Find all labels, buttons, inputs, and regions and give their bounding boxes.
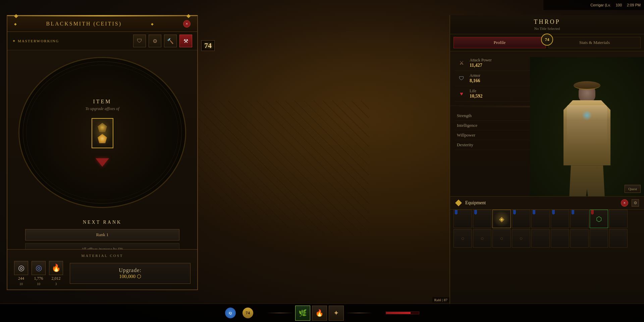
equip-slot-waist[interactable]: [531, 210, 550, 228]
tab-profile[interactable]: Profile: [453, 37, 546, 48]
equipment-header: Equipment × ⚙: [450, 197, 644, 210]
material-cost-title: MATERIAL COST: [14, 254, 191, 258]
skill-3-icon: ✦: [333, 309, 339, 317]
bottom-level-badge: 74: [243, 308, 253, 318]
top-hud-bar: Cerrigar (Lv. 100 2:09 PM: [543, 0, 644, 10]
char-glow: [582, 110, 592, 120]
life-label: Life: [470, 89, 483, 94]
material-icon-white: ◎: [14, 261, 28, 275]
blacksmith-title-bar: ◆ BLACKSMITH (CEITIS) ◆ ×: [7, 16, 197, 32]
equipment-section: Equipment × ⚙ ◈: [450, 196, 644, 307]
equip-slot-blank2: [531, 229, 550, 248]
tab-repair-button[interactable]: 🛡: [133, 35, 146, 47]
material-item-white: ◎ 244 10: [14, 261, 28, 286]
time-display: 2:09 PM: [627, 3, 641, 7]
item-glow: [93, 119, 112, 147]
blacksmith-content: ITEM To upgrade affixes of NEXT RANK Ran…: [7, 50, 197, 267]
health-bar-fill: [386, 312, 411, 314]
equip-slot-offhand2[interactable]: ○: [473, 229, 491, 248]
tab-stats-materials[interactable]: Stats & Materials: [548, 37, 641, 48]
tab-craft-button[interactable]: 🔨: [164, 35, 177, 47]
feet-slot-flag: [572, 210, 574, 215]
chest-glow: [493, 211, 510, 227]
equipment-diamond-icon: [455, 200, 462, 206]
material-cost-section: MATERIAL COST ◎ 244 10 ◎ 1,776 10 🔥 2,01…: [7, 249, 197, 289]
item-slot[interactable]: [92, 118, 113, 148]
xp-orb-blue: Q: [225, 308, 236, 318]
ring1-slot-icon: ⬡: [596, 215, 602, 223]
equip-slot-ring2[interactable]: ○: [492, 229, 511, 248]
equip-slot-offhand[interactable]: ○: [453, 229, 472, 248]
equipment-row-1: ◈ ⬡: [450, 210, 644, 228]
player-info: Cerrigar (Lv.: [590, 3, 610, 7]
item-frame: ITEM To upgrade affixes of: [18, 57, 186, 208]
head-slot-flag: [455, 210, 458, 215]
ring1-slot-flag: [591, 210, 594, 215]
life-value: 10,592: [470, 94, 483, 99]
equip-slot-blank4: [570, 229, 589, 248]
equip-slot-blank1: [609, 210, 628, 228]
skill-bar: 🌿 🔥 ✦: [267, 306, 372, 321]
armor-value: 8,166: [470, 78, 480, 84]
upgrade-label: Upgrade:: [119, 267, 142, 273]
mat-white-count: 244: [18, 276, 24, 281]
attack-power-icon: ⚔: [457, 58, 466, 68]
material-icon-blue: ◎: [32, 261, 46, 275]
equip-slot-neck[interactable]: [473, 210, 491, 228]
mat-blue-amount: 10: [37, 282, 40, 286]
material-icon-orange: 🔥: [49, 261, 63, 275]
offhand-icon: ○: [461, 235, 465, 241]
equip-slot-blank6: [609, 229, 628, 248]
separator-left: [267, 313, 293, 313]
material-item-blue: ◎ 1,776 10: [32, 261, 46, 286]
attack-power-info: Attack Power 11,427: [470, 58, 492, 68]
char-torso: [564, 100, 610, 166]
upgrade-cost-box[interactable]: Upgrade: 100,000 ⬡: [70, 263, 191, 284]
equipment-options-icon[interactable]: ⚙: [632, 199, 639, 207]
equip-slot-feet[interactable]: [570, 210, 589, 228]
equip-slot-head[interactable]: [453, 210, 472, 228]
strength-label: Strength: [457, 113, 472, 118]
waist-slot-flag: [533, 210, 535, 215]
quest-button[interactable]: Quest: [625, 185, 641, 193]
equip-slot-amulet[interactable]: ○: [512, 229, 530, 248]
char-hair: [574, 81, 600, 90]
upgrade-gold-cost: 100,000 ⬡: [119, 273, 141, 279]
blacksmith-panel: ◆ BLACKSMITH (CEITIS) ◆ × ✦ MASTERWORKIN…: [7, 15, 198, 290]
tab-masterwork-button[interactable]: ⚒: [179, 35, 192, 47]
equip-slot-legs[interactable]: [551, 210, 569, 228]
blacksmith-close-button[interactable]: ×: [183, 20, 191, 28]
rank-box: Rank 1: [25, 229, 179, 240]
equip-slot-hands[interactable]: [512, 210, 530, 228]
character-title: No Title Selected: [455, 26, 639, 31]
skill-slot-2[interactable]: 🔥: [312, 306, 327, 321]
upgrade-arrow-indicator: [96, 158, 109, 167]
equip-slot-chest[interactable]: ◈: [492, 210, 511, 228]
item-subtitle: To upgrade affixes of: [85, 106, 119, 111]
ring2-icon: ○: [500, 235, 503, 241]
material-item-orange: 🔥 2,012 3: [49, 261, 63, 286]
npc-level-indicator: 74: [201, 40, 215, 51]
tab-section-icon: ✦: [12, 39, 16, 43]
char-head: [579, 84, 595, 102]
skill-slot-1[interactable]: 🌿: [295, 306, 310, 321]
health-bar: [386, 312, 419, 314]
mat-orange-count: 2,012: [52, 276, 61, 281]
item-section-title: ITEM: [93, 99, 111, 105]
tab-salvage-button[interactable]: ⚙: [149, 35, 161, 47]
character-panel: THROP No Title Selected 74 Profile Stats…: [449, 15, 644, 307]
skill-1-icon: 🌿: [299, 309, 307, 317]
attack-power-value: 11,427: [470, 63, 492, 68]
next-rank-title: NEXT RANK: [25, 220, 179, 225]
mat-orange-amount: 3: [55, 282, 57, 286]
dexterity-label: Dexterity: [457, 142, 473, 148]
equip-slot-ring1[interactable]: ⬡: [590, 210, 608, 228]
equipment-close-icon[interactable]: ×: [621, 199, 628, 207]
left-diamond-icon: ◆: [14, 22, 17, 26]
tab-section-label: ✦ MASTERWORKING: [12, 39, 59, 43]
item-gem-bottom: [98, 134, 107, 143]
character-header: THROP No Title Selected: [450, 15, 644, 34]
skill-slot-3[interactable]: ✦: [329, 306, 344, 321]
skill-2-icon: 🔥: [315, 309, 324, 317]
armor-icon: 🛡: [457, 74, 466, 83]
